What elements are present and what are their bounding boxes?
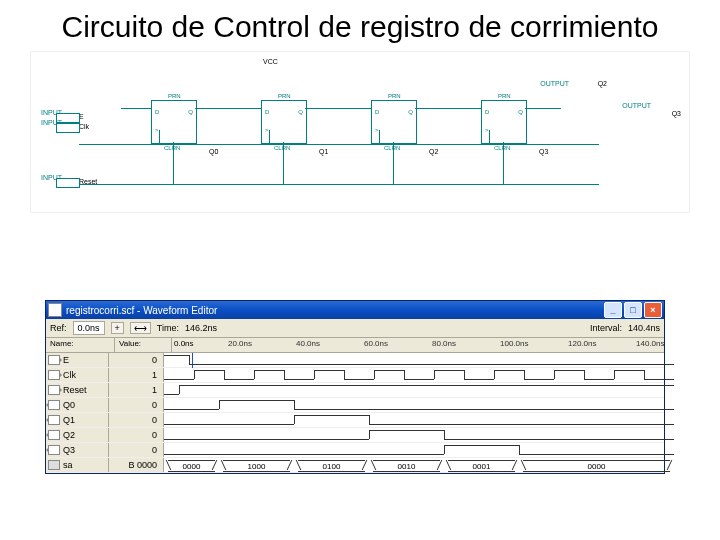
signal-plot[interactable] (164, 443, 664, 457)
zoom-plus-button[interactable]: + (111, 322, 124, 334)
signal-plot[interactable] (164, 353, 664, 367)
zoom-fit-button[interactable]: ⟷ (130, 322, 151, 334)
waveform-window: registrocorri.scf - Waveform Editor _ □ … (45, 300, 665, 474)
net-q2: Q2 (429, 148, 438, 155)
app-icon (48, 303, 62, 317)
wave-row-sa[interactable]: saB 0000000010000100001000010000 (46, 458, 664, 473)
time-value: 146.2ns (185, 323, 217, 333)
output-label-2: OUTPUT (622, 102, 651, 109)
signal-plot[interactable] (164, 383, 664, 397)
signal-value: 0 (109, 353, 164, 367)
time-label: Time: (157, 323, 179, 333)
slide-title: Circuito de Control de registro de corri… (40, 10, 680, 43)
signal-name: Q0 (46, 398, 109, 412)
signal-name: sa (46, 458, 109, 472)
bus-value: 0100 (298, 460, 365, 472)
ref-label: Ref: (50, 323, 67, 333)
signal-value: 0 (109, 428, 164, 442)
in-icon (48, 385, 60, 395)
signal-name: Q1 (46, 413, 109, 427)
time-tick: 80.0ns (432, 339, 456, 348)
wave-row-E[interactable]: E0 (46, 353, 664, 368)
time-tick: 40.0ns (296, 339, 320, 348)
maximize-button[interactable]: □ (624, 302, 642, 318)
wave-grid-header: Name: Value: 0.0ns 20.0ns40.0ns60.0ns80.… (46, 338, 664, 353)
column-name-header: Name: (46, 338, 115, 352)
flipflop-0: PRNDQ>CLRN (151, 100, 197, 144)
signal-name: Q3 (46, 443, 109, 457)
signal-name: E (46, 353, 109, 367)
signal-name: Clk (46, 368, 109, 382)
signal-value: 1 (109, 383, 164, 397)
bus-value: 1000 (223, 460, 290, 472)
net-q1: Q1 (319, 148, 328, 155)
toolbar: Ref: 0.0ns + ⟷ Time: 146.2ns Interval: 1… (46, 319, 664, 338)
signal-value: 0 (109, 413, 164, 427)
zero-marker: 0.0ns (174, 339, 194, 348)
flipflop-1: PRNDQ>CLRN (261, 100, 307, 144)
out-icon (48, 445, 60, 455)
time-tick: 120.0ns (568, 339, 596, 348)
flipflop-2: PRNDQ>CLRN (371, 100, 417, 144)
signal-plot[interactable]: 000010000100001000010000 (164, 458, 664, 472)
vcc-label: VCC (263, 58, 278, 65)
minimize-button[interactable]: _ (604, 302, 622, 318)
ref-field[interactable]: 0.0ns (73, 321, 105, 335)
net-q0: Q0 (209, 148, 218, 155)
signal-plot[interactable] (164, 368, 664, 382)
signal-value: B 0000 (109, 458, 164, 472)
wave-row-Q1[interactable]: Q10 (46, 413, 664, 428)
output-q3: Q3 (672, 110, 681, 117)
time-tick: 20.0ns (228, 339, 252, 348)
time-tick: 60.0ns (364, 339, 388, 348)
signal-value: 0 (109, 398, 164, 412)
bus-value: 0001 (448, 460, 515, 472)
close-button[interactable]: × (644, 302, 662, 318)
title-bar[interactable]: registrocorri.scf - Waveform Editor _ □ … (46, 301, 664, 319)
signal-plot[interactable] (164, 413, 664, 427)
flipflop-3: PRNDQ>CLRN (481, 100, 527, 144)
wave-row-Q0[interactable]: Q00 (46, 398, 664, 413)
wave-row-Clk[interactable]: Clk1 (46, 368, 664, 383)
bus-value: 0010 (373, 460, 440, 472)
signal-plot[interactable] (164, 398, 664, 412)
signal-plot[interactable] (164, 428, 664, 442)
wave-row-Q3[interactable]: Q30 (46, 443, 664, 458)
input-port (56, 123, 80, 133)
out-icon (48, 430, 60, 440)
interval-value: 140.4ns (628, 323, 660, 333)
interval-label: Interval: (590, 323, 622, 333)
in-icon (48, 370, 60, 380)
time-axis: 0.0ns 20.0ns40.0ns60.0ns80.0ns100.0ns120… (172, 338, 664, 352)
bus-value: 0000 (523, 460, 670, 472)
column-value-header: Value: (115, 338, 172, 352)
net-label-Clk: Clk (79, 123, 89, 130)
wave-row-Q2[interactable]: Q20 (46, 428, 664, 443)
signal-value: 1 (109, 368, 164, 382)
net-q3: Q3 (539, 148, 548, 155)
signal-value: 0 (109, 443, 164, 457)
time-tick: 140.0ns (636, 339, 664, 348)
signal-name: Q2 (46, 428, 109, 442)
wave-row-Reset[interactable]: Reset1 (46, 383, 664, 398)
bus-icon (48, 460, 60, 470)
input-port (56, 178, 80, 188)
time-tick: 100.0ns (500, 339, 528, 348)
bus-value: 0000 (168, 460, 215, 472)
window-title: registrocorri.scf - Waveform Editor (66, 305, 604, 316)
circuit-diagram: INPUTEINPUTClkINPUTResetVCCPRNDQ>CLRNQ0P… (30, 51, 690, 213)
out-icon (48, 400, 60, 410)
in-icon (48, 355, 60, 365)
output-label: OUTPUT (540, 80, 569, 87)
output-q2: Q2 (598, 80, 607, 87)
out-icon (48, 415, 60, 425)
wave-body[interactable]: E0Clk1Reset1Q00Q10Q20Q30saB 000000001000… (46, 353, 664, 473)
signal-name: Reset (46, 383, 109, 397)
